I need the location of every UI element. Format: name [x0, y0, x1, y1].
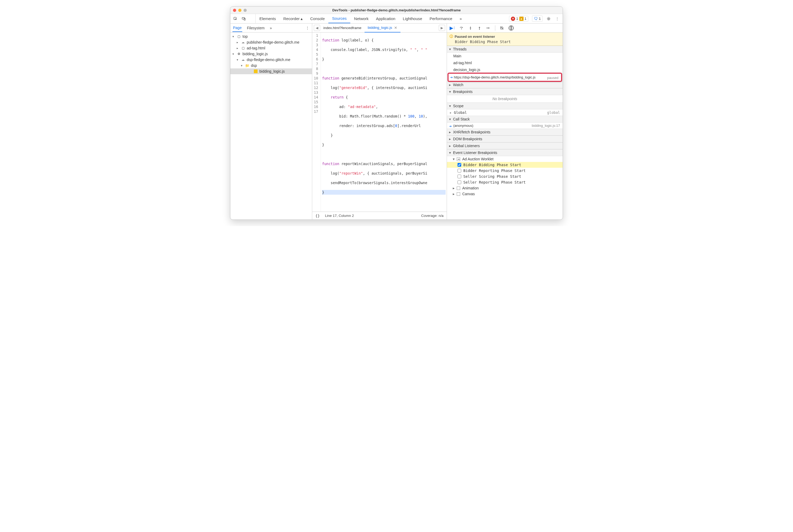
section-callstack[interactable]: Call Stack: [447, 116, 563, 122]
step-icon[interactable]: [486, 26, 491, 31]
body-split: Page Filesystem » ⋮ ▾▢top ▸☁publisher-fl…: [230, 23, 563, 220]
svg-rect-2: [244, 18, 245, 20]
thread-decision[interactable]: decision_logic.js: [447, 66, 563, 73]
nav-tab-page[interactable]: Page: [232, 24, 242, 32]
minimize-icon[interactable]: [238, 9, 242, 12]
pause-on-exceptions-icon[interactable]: ❚❚: [509, 25, 514, 31]
ev-seller-reporting-start[interactable]: Seller Reporting Phase Start: [447, 179, 563, 185]
thread-state: paused: [547, 76, 559, 80]
nav-next-icon[interactable]: ▶: [439, 25, 445, 31]
issues-badge[interactable]: ✕1 ▲1: [509, 16, 528, 22]
cloud-icon: ☁: [241, 40, 245, 44]
code-editor[interactable]: 1234567891011121314151617 function log(l…: [312, 33, 447, 212]
thread-main[interactable]: Main: [447, 53, 563, 59]
warning-icon: ▲: [519, 17, 524, 21]
editor-nav-buttons: ◀: [314, 25, 320, 31]
editor-panel: ◀ index.html?fencedframe bidding_logic.j…: [312, 23, 447, 220]
folder-icon: 📁: [245, 63, 249, 68]
frame-icon: ▢: [237, 34, 241, 39]
checkbox[interactable]: [457, 175, 461, 178]
evcat-animation[interactable]: ▸Animation: [447, 185, 563, 191]
section-global[interactable]: Global Listeners: [447, 142, 563, 149]
tab-elements[interactable]: Elements: [256, 14, 280, 23]
tree-worklet[interactable]: ▾⚙bidding_logic.js: [230, 51, 312, 57]
cursor-location: Line 17, Column 2: [325, 214, 354, 218]
device-icon[interactable]: [242, 16, 246, 21]
evcat-ad-auction[interactable]: ▾Ad Auction Worklet: [447, 156, 563, 162]
messages-badge[interactable]: 🗨1: [532, 16, 543, 22]
section-threads[interactable]: Threads: [447, 46, 563, 53]
navigator-tabs: Page Filesystem » ⋮: [230, 23, 312, 33]
section-scope[interactable]: Scope: [447, 102, 563, 109]
tree-origin-dsp[interactable]: ▾☁dsp-fledge-demo.glitch.me: [230, 57, 312, 63]
tree-folder-dsp[interactable]: ▾📁dsp: [230, 63, 312, 69]
close-tab-icon[interactable]: ✕: [394, 26, 397, 30]
nav-kebab-icon[interactable]: ⋮: [305, 26, 310, 31]
tab-sources[interactable]: Sources: [328, 14, 350, 23]
code-content: function log(label, o) { console.log(lab…: [321, 33, 447, 212]
section-event-listener-bp[interactable]: Event Listener Breakpoints: [447, 149, 563, 156]
svg-point-3: [548, 18, 549, 19]
ev-bidder-reporting-start[interactable]: Bidder Reporting Phase Start: [447, 168, 563, 174]
window-controls: [233, 9, 247, 12]
nav-tab-filesystem[interactable]: Filesystem: [246, 24, 265, 32]
main-toolbar: Elements Recorder ▴ Console Sources Netw…: [230, 14, 563, 23]
step-out-icon[interactable]: [477, 26, 482, 31]
section-xhr[interactable]: XHR/fetch Breakpoints: [447, 129, 563, 135]
kebab-icon[interactable]: ⋮: [555, 16, 560, 21]
window-title: DevTools - publisher-fledge-demo.glitch.…: [332, 8, 461, 12]
ev-bidder-bidding-start[interactable]: Bidder Bidding Phase Start: [447, 162, 563, 168]
nav-prev-icon[interactable]: ◀: [314, 25, 320, 31]
editor-nav-next: ▶: [439, 25, 445, 31]
step-into-icon[interactable]: [468, 26, 473, 31]
tab-lighthouse[interactable]: Lighthouse: [399, 14, 426, 23]
thread-bidding-active[interactable]: ➔ https://dsp-fledge-demo.glitch.me/dsp/…: [448, 73, 562, 82]
editor-tab-bidding[interactable]: bidding_logic.js✕: [364, 23, 400, 33]
svg-point-7: [487, 27, 487, 28]
checkbox[interactable]: [457, 163, 461, 167]
editor-tabs: ◀ index.html?fencedframe bidding_logic.j…: [312, 23, 447, 33]
close-icon[interactable]: [233, 9, 236, 12]
info-icon: ⓘ: [450, 34, 453, 39]
file-tree: ▾▢top ▸☁publisher-fledge-demo.glitch.me …: [230, 33, 312, 220]
pause-banner: ⓘPaused on event listener Bidder Bidding…: [447, 33, 563, 46]
js-file-icon: [253, 69, 258, 73]
ev-seller-scoring-start[interactable]: Seller Scoring Phase Start: [447, 174, 563, 179]
tree-origin-publisher[interactable]: ▸☁publisher-fledge-demo.glitch.me: [230, 39, 312, 45]
tree-file-bidding[interactable]: bidding_logic.js: [230, 69, 312, 74]
checkbox[interactable]: [457, 169, 461, 172]
tree-top[interactable]: ▾▢top: [230, 34, 312, 39]
line-gutter: 1234567891011121314151617: [312, 33, 321, 212]
nav-tab-overflow-icon[interactable]: »: [269, 24, 272, 32]
tab-console[interactable]: Console: [306, 14, 328, 23]
zoom-icon[interactable]: [244, 9, 247, 12]
resume-icon[interactable]: ▶⏐: [450, 25, 455, 31]
tab-network[interactable]: Network: [350, 14, 372, 23]
gear-icon: ⚙: [237, 52, 241, 56]
tab-recorder[interactable]: Recorder ▴: [280, 14, 307, 23]
checkbox[interactable]: [457, 180, 461, 184]
section-dom[interactable]: DOM Breakpoints: [447, 135, 563, 142]
tabs-overflow-icon[interactable]: »: [456, 14, 466, 23]
tab-performance[interactable]: Performance: [426, 14, 456, 23]
inspect-icon[interactable]: [233, 16, 238, 21]
navigator-panel: Page Filesystem » ⋮ ▾▢top ▸☁publisher-fl…: [230, 23, 312, 220]
section-watch[interactable]: Watch: [447, 81, 563, 88]
thread-adtag[interactable]: ad-tag.html: [447, 59, 563, 66]
evcat-canvas[interactable]: ▸Canvas: [447, 191, 563, 197]
editor-tab-index[interactable]: index.html?fencedframe: [320, 24, 364, 32]
frame-icon: ▢: [241, 46, 245, 50]
tab-application[interactable]: Application: [372, 14, 399, 23]
editor-statusbar: {} Line 17, Column 2 Coverage: n/a: [312, 212, 447, 220]
pretty-print-icon[interactable]: {}: [316, 214, 320, 218]
tree-frame-adtag[interactable]: ▸▢ad-tag.html: [230, 45, 312, 51]
pause-detail: Bidder Bidding Phase Start: [450, 40, 560, 44]
section-breakpoints[interactable]: Breakpoints: [447, 88, 563, 95]
step-over-icon[interactable]: [459, 26, 464, 31]
settings-icon[interactable]: [546, 16, 551, 21]
svg-point-4: [461, 28, 462, 29]
callstack-frame[interactable]: ➔ (anonymous) bidding_logic.js:17: [447, 122, 563, 129]
scope-global[interactable]: ▸ Global global: [447, 109, 563, 116]
current-thread-icon: ➔: [450, 76, 453, 79]
deactivate-breakpoints-icon[interactable]: [499, 26, 504, 31]
